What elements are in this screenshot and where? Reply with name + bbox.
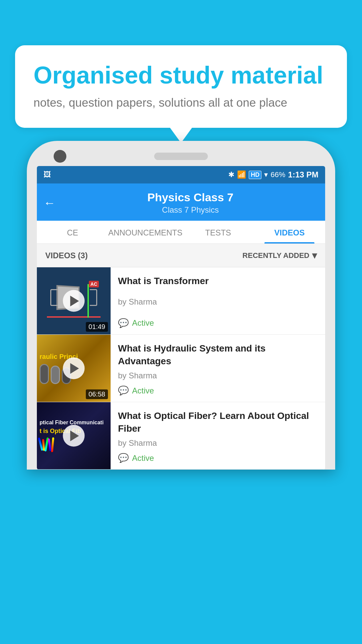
video-author-1: by Sharma	[118, 297, 318, 307]
video-count: VIDEOS (3)	[45, 251, 88, 260]
video-duration-1: 01:49	[86, 322, 108, 332]
video-status-2: 💬 Active	[118, 385, 318, 396]
video-thumbnail-3: ptical Fiber Communicati t is Optical Fi…	[37, 402, 111, 469]
tab-ce[interactable]: CE	[37, 221, 108, 244]
video-info-1: What is Transformer by Sharma 💬 Active	[111, 267, 325, 334]
video-title-2: What is Hydraulic System and its Advanta…	[118, 342, 318, 368]
speech-bubble: Organised study material notes, question…	[15, 45, 347, 128]
video-info-3: What is Optical Fiber? Learn About Optic…	[111, 402, 325, 469]
video-duration-2: 06:58	[86, 389, 108, 399]
play-icon-3	[70, 430, 79, 441]
status-bar: 🖼 ✱ 📶 HD ▾ 66% 1:13 PM	[37, 166, 325, 183]
signal-icon: 📶	[237, 170, 246, 179]
play-button-1[interactable]	[63, 290, 85, 312]
chat-icon-2: 💬	[118, 385, 129, 396]
back-button[interactable]: ←	[44, 196, 56, 210]
video-author-3: by Sharma	[118, 438, 318, 448]
header-title: Physics Class 7	[62, 191, 318, 204]
active-label-1: Active	[132, 318, 154, 328]
filter-bar: VIDEOS (3) RECENTLY ADDED ▾	[37, 244, 325, 267]
photo-icon: 🖼	[44, 170, 51, 179]
video-thumbnail-1: AC 01:49	[37, 267, 111, 334]
bubble-title: Organised study material	[34, 62, 328, 89]
video-title-3: What is Optical Fiber? Learn About Optic…	[118, 410, 318, 435]
chat-icon-1: 💬	[118, 318, 129, 328]
status-left: 🖼	[44, 170, 53, 179]
tabs-bar: CE ANNOUNCEMENTS TESTS VIDEOS	[37, 221, 325, 244]
tab-videos[interactable]: VIDEOS	[254, 221, 325, 244]
phone-screen: 🖼 ✱ 📶 HD ▾ 66% 1:13 PM ← Physics	[37, 166, 325, 470]
play-icon-2	[70, 363, 79, 374]
video-item-3[interactable]: ptical Fiber Communicati t is Optical Fi…	[37, 402, 325, 470]
battery-text: 66%	[270, 170, 285, 179]
video-list: AC 01:49 What is Transformer by Sharma	[37, 267, 325, 470]
video-info-2: What is Hydraulic System and its Advanta…	[111, 335, 325, 402]
header-text: Physics Class 7 Class 7 Physics	[62, 191, 318, 215]
play-button-3[interactable]	[63, 425, 85, 447]
phone-top-bar	[37, 153, 325, 160]
status-time: 1:13 PM	[288, 170, 318, 179]
video-thumbnail-2: raulic Princi	[37, 335, 111, 402]
video-item-2[interactable]: raulic Princi	[37, 335, 325, 402]
video-status-3: 💬 Active	[118, 453, 318, 463]
play-icon-1	[70, 296, 79, 306]
hd-badge: HD	[249, 171, 261, 179]
tab-announcements[interactable]: ANNOUNCEMENTS	[108, 221, 182, 244]
chevron-down-icon: ▾	[312, 250, 317, 261]
video-author-2: by Sharma	[118, 371, 318, 380]
active-label-2: Active	[132, 386, 154, 395]
tab-tests[interactable]: TESTS	[182, 221, 254, 244]
wifi-icon: ▾	[264, 170, 268, 179]
video-status-1: 💬 Active	[118, 318, 318, 328]
header-subtitle: Class 7 Physics	[62, 205, 318, 215]
phone-camera	[54, 150, 66, 163]
video-title-1: What is Transformer	[118, 275, 318, 287]
sort-dropdown[interactable]: RECENTLY ADDED ▾	[242, 250, 317, 261]
status-right: ✱ 📶 HD ▾ 66% 1:13 PM	[228, 170, 318, 179]
bluetooth-icon: ✱	[228, 170, 234, 179]
phone-mockup: 🖼 ✱ 📶 HD ▾ 66% 1:13 PM ← Physics	[27, 141, 335, 644]
active-label-3: Active	[132, 453, 154, 463]
phone-speaker	[154, 153, 208, 160]
chat-icon-3: 💬	[118, 453, 129, 463]
video-item[interactable]: AC 01:49 What is Transformer by Sharma	[37, 267, 325, 335]
phone-outer: 🖼 ✱ 📶 HD ▾ 66% 1:13 PM ← Physics	[27, 141, 335, 470]
app-header: ← Physics Class 7 Class 7 Physics	[37, 183, 325, 221]
play-button-2[interactable]	[63, 358, 85, 379]
sort-label: RECENTLY ADDED	[242, 251, 309, 260]
bubble-subtitle: notes, question papers, solutions all at…	[34, 96, 328, 109]
